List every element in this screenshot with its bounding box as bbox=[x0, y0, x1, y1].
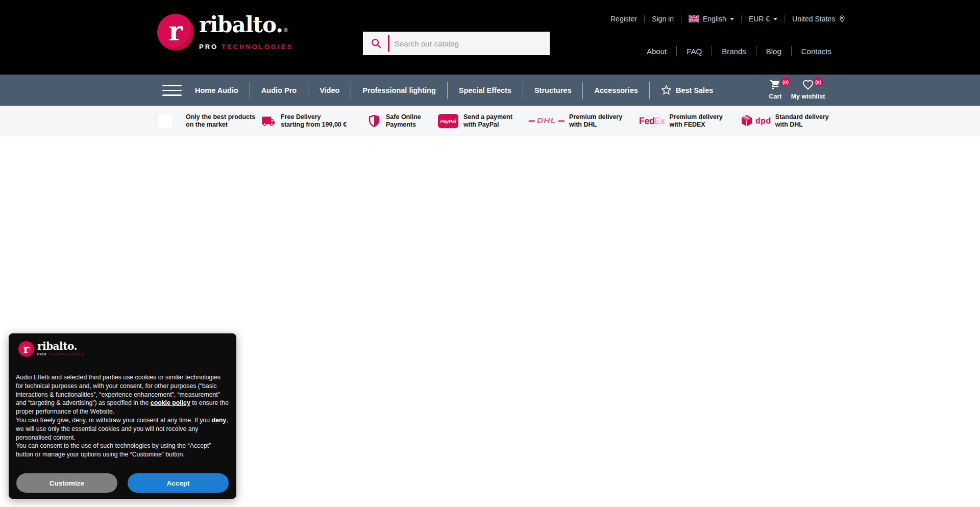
cookie-paragraph-2: You can freely give, deny, or withdraw y… bbox=[16, 416, 229, 442]
language-selector[interactable]: English bbox=[689, 15, 734, 23]
cart-icon bbox=[769, 79, 781, 90]
benefit-line2: with PayPal bbox=[463, 121, 499, 128]
box-icon bbox=[158, 114, 172, 128]
country-label: United States bbox=[792, 15, 835, 23]
benefit-line2: with DHL bbox=[775, 121, 803, 128]
search-input[interactable] bbox=[389, 39, 550, 48]
benefit-free-delivery: Free Deliverystarting from 199,00 € bbox=[261, 106, 347, 136]
cookie-consent-dialog: r ribalto. PRO TECHNOLOGIES Audio Effett… bbox=[9, 333, 236, 499]
main-navigation: Home Audio Audio Pro Video Professional … bbox=[0, 75, 980, 106]
register-label: Register bbox=[610, 15, 637, 23]
cookie-dialog-logo: r ribalto. PRO TECHNOLOGIES bbox=[18, 341, 85, 357]
fedex-wordmark-fed: Fed bbox=[639, 116, 655, 127]
paypal-logo-icon: PayPal bbox=[438, 114, 458, 128]
brand-logo-letter: r bbox=[168, 18, 182, 44]
search-bar bbox=[363, 32, 550, 55]
cookie-p2-text: You can freely give, deny, or withdraw y… bbox=[16, 417, 211, 424]
best-sales-label: Best Sales bbox=[676, 86, 713, 94]
nav-item-professional-lighting[interactable]: Professional lighting bbox=[351, 75, 447, 106]
brand-logo-text: ribalto.® PRO TECHNOLOGIES bbox=[199, 14, 293, 51]
brand-tagline-pro: PRO bbox=[199, 43, 218, 51]
site-header: r ribalto.® PRO TECHNOLOGIES Register Si… bbox=[0, 0, 980, 75]
benefit-dhl: DHL Premium deliverywith DHL bbox=[529, 106, 622, 136]
star-icon bbox=[661, 85, 672, 95]
uk-flag-icon bbox=[689, 15, 699, 22]
brand-logo-letter: r bbox=[23, 343, 30, 354]
nav-item-audio-pro[interactable]: Audio Pro bbox=[250, 75, 308, 106]
benefit-line2: with FEDEX bbox=[670, 121, 705, 128]
registered-mark: ® bbox=[284, 28, 287, 33]
brand-name: ribalto.® bbox=[199, 12, 287, 37]
benefit-line1: Only the best products bbox=[186, 113, 255, 120]
benefit-line1: Free Delivery bbox=[281, 113, 321, 120]
nav-item-best-sales[interactable]: Best Sales bbox=[650, 75, 724, 106]
cookie-dialog-actions: Customize Accept bbox=[16, 473, 229, 493]
search-icon[interactable] bbox=[371, 38, 382, 49]
brand-tagline-pro: PRO bbox=[37, 352, 47, 356]
accept-button[interactable]: Accept bbox=[128, 473, 229, 493]
cookie-policy-link[interactable]: cookie policy bbox=[151, 399, 190, 406]
nav-link-about[interactable]: About bbox=[637, 47, 676, 56]
benefit-line1: Send a payment bbox=[463, 113, 512, 120]
nav-link-faq[interactable]: FAQ bbox=[677, 47, 712, 56]
currency-label: EUR € bbox=[749, 15, 770, 23]
benefit-line2: starting from 199,00 € bbox=[281, 121, 347, 128]
benefit-safe-payments: Safe OnlinePayments bbox=[368, 106, 421, 136]
brand-name: ribalto. bbox=[37, 341, 85, 352]
nav-item-accessories[interactable]: Accessories bbox=[583, 75, 649, 106]
benefits-bar: Only the best productson the market Free… bbox=[0, 106, 980, 136]
nav-item-video[interactable]: Video bbox=[308, 75, 351, 106]
cookie-dialog-text: Audio Effetti and selected third parties… bbox=[16, 373, 229, 459]
benefit-line2: on the market bbox=[186, 121, 228, 128]
nav-item-structures[interactable]: Structures bbox=[523, 75, 583, 106]
deny-link[interactable]: deny bbox=[211, 417, 226, 424]
language-label: English bbox=[703, 15, 726, 23]
benefit-line1: Safe Online bbox=[386, 113, 421, 120]
fedex-wordmark-ex: Ex bbox=[654, 116, 665, 127]
divider bbox=[681, 15, 681, 23]
benefit-dpd: dpd Standard deliverywith DHL bbox=[741, 106, 829, 136]
fedex-logo-icon: FedEx bbox=[639, 116, 665, 127]
category-nav: Home Audio Audio Pro Video Professional … bbox=[184, 75, 724, 106]
nav-link-brands[interactable]: Brands bbox=[712, 47, 756, 56]
nav-link-blog[interactable]: Blog bbox=[756, 47, 791, 56]
wishlist-count-badge: (0) bbox=[814, 77, 823, 86]
dpd-logo-icon: dpd bbox=[741, 114, 771, 128]
benefit-line2: with DHL bbox=[569, 121, 597, 128]
nav-link-contacts[interactable]: Contacts bbox=[792, 47, 841, 56]
wishlist-label: My wishlist bbox=[786, 93, 830, 100]
paypal-wordmark: PayPal bbox=[440, 118, 456, 124]
location-pin-icon bbox=[839, 15, 846, 23]
chevron-down-icon bbox=[730, 18, 734, 20]
register-link[interactable]: Register bbox=[610, 15, 637, 23]
secondary-nav: About FAQ Brands Blog Contacts bbox=[637, 45, 841, 57]
utility-bar: Register Sign in English EUR € U bbox=[610, 14, 846, 24]
brand-logo-circle-icon: r bbox=[157, 14, 194, 51]
brand-tagline-tech: TECHNOLOGIES bbox=[48, 352, 85, 356]
truck-icon bbox=[261, 114, 275, 128]
currency-selector[interactable]: EUR € bbox=[749, 15, 777, 23]
benefit-paypal: PayPal Send a paymentwith PayPal bbox=[438, 106, 512, 136]
customize-button[interactable]: Customize bbox=[16, 473, 117, 493]
divider bbox=[644, 15, 645, 23]
heart-icon bbox=[802, 79, 814, 90]
nav-item-special-effects[interactable]: Special Effects bbox=[448, 75, 523, 106]
brand-logo[interactable]: r ribalto.® PRO TECHNOLOGIES bbox=[157, 14, 293, 51]
nav-item-home-audio[interactable]: Home Audio bbox=[184, 75, 250, 106]
wishlist-button[interactable]: (0) My wishlist bbox=[786, 75, 830, 106]
brand-tagline-tech: TECHNOLOGIES bbox=[222, 43, 293, 51]
signin-link[interactable]: Sign in bbox=[652, 15, 674, 23]
divider bbox=[741, 15, 742, 23]
benefit-line1: Standard delivery bbox=[775, 113, 829, 120]
cookie-paragraph-3: You can consent to the use of such techn… bbox=[16, 442, 229, 459]
dhl-wordmark: DHL bbox=[537, 117, 556, 126]
brand-tagline: PRO TECHNOLOGIES bbox=[199, 43, 293, 51]
brand-logo-circle-icon: r bbox=[18, 341, 34, 357]
benefit-fedex: FedEx Premium deliverywith FEDEX bbox=[639, 106, 723, 136]
brand-tagline: PRO TECHNOLOGIES bbox=[37, 352, 85, 356]
chevron-down-icon bbox=[773, 18, 777, 20]
menu-hamburger-icon[interactable] bbox=[162, 85, 182, 96]
country-selector[interactable]: United States bbox=[792, 15, 846, 23]
benefit-line2: Payments bbox=[386, 121, 416, 128]
benefit-best-products: Only the best productson the market bbox=[158, 106, 255, 136]
